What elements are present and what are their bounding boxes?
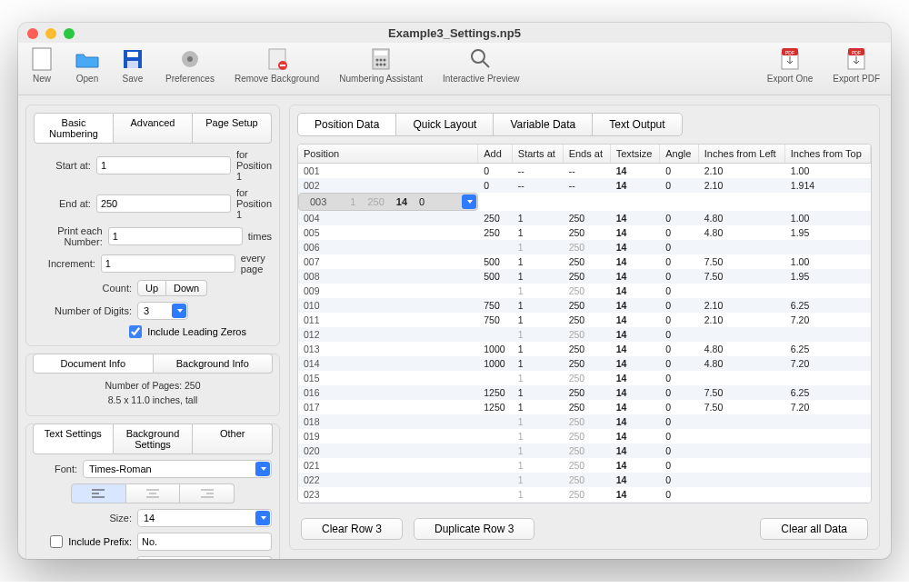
table-cell[interactable]: 0: [660, 385, 699, 400]
table-cell[interactable]: 0: [660, 473, 699, 487]
table-cell[interactable]: 0: [660, 164, 699, 179]
table-cell[interactable]: [698, 284, 784, 298]
open-button[interactable]: Open: [75, 46, 100, 84]
column-header[interactable]: Textsize: [610, 145, 660, 164]
table-row[interactable]: 0231250140: [298, 487, 871, 502]
digits-select[interactable]: 3: [137, 302, 188, 320]
table-cell[interactable]: 14: [610, 284, 660, 298]
table-row[interactable]: 0061250140: [298, 240, 871, 254]
table-cell[interactable]: 0: [660, 211, 699, 225]
end-at-input[interactable]: [96, 194, 231, 213]
table-row[interactable]: 00425012501404.801.00: [298, 211, 871, 225]
table-row[interactable]: 0121250140: [298, 327, 871, 342]
table-row[interactable]: 0191250140: [298, 429, 871, 443]
table-cell[interactable]: 250: [563, 458, 610, 473]
table-row[interactable]: 0151250140: [298, 371, 871, 385]
count-down-button[interactable]: Down: [166, 280, 207, 296]
table-cell[interactable]: 4.80: [698, 211, 784, 225]
table-cell[interactable]: 024: [298, 502, 478, 503]
table-cell[interactable]: 0: [660, 284, 699, 298]
table-cell[interactable]: 250: [478, 225, 513, 240]
table-cell[interactable]: 750: [478, 313, 513, 327]
table-cell[interactable]: 022: [298, 473, 478, 487]
table-cell[interactable]: [478, 414, 513, 429]
table-cell[interactable]: 1: [512, 371, 563, 385]
prefix-input[interactable]: [137, 533, 272, 551]
table-cell[interactable]: [698, 502, 784, 503]
table-cell[interactable]: 2.10: [698, 164, 784, 179]
column-header[interactable]: Ends at: [563, 145, 610, 164]
table-cell[interactable]: 14: [610, 385, 660, 400]
table-row[interactable]: 00525012501404.801.95: [298, 225, 871, 240]
table-cell[interactable]: 0: [660, 342, 699, 356]
table-cell[interactable]: 0: [660, 443, 699, 458]
table-row[interactable]: 0211250140: [298, 458, 871, 473]
table-cell[interactable]: 1: [512, 414, 563, 429]
table-cell[interactable]: 011: [298, 313, 478, 327]
table-cell[interactable]: 0: [660, 269, 699, 284]
table-cell[interactable]: [478, 458, 513, 473]
table-cell[interactable]: 1: [512, 487, 563, 502]
align-left-button[interactable]: [71, 483, 126, 503]
table-cell[interactable]: [478, 327, 513, 342]
table-cell[interactable]: 0: [660, 414, 699, 429]
table-cell[interactable]: 1: [512, 313, 563, 327]
export-pdf-button[interactable]: PDF Export PDF: [833, 46, 880, 84]
table-cell[interactable]: 015: [298, 371, 478, 385]
table-cell[interactable]: 0: [660, 429, 699, 443]
table-cell[interactable]: 0: [660, 298, 699, 313]
table-row[interactable]: 0020----1402.101.914: [298, 178, 871, 193]
table-cell[interactable]: [784, 371, 870, 385]
table-cell[interactable]: 0: [660, 225, 699, 240]
table-cell[interactable]: 002: [298, 178, 478, 193]
table-cell[interactable]: [784, 327, 870, 342]
table-cell[interactable]: 7.20: [784, 400, 870, 414]
table-cell[interactable]: 250: [563, 414, 610, 429]
table-cell[interactable]: 14: [610, 400, 660, 414]
table-cell[interactable]: 1250: [478, 400, 513, 414]
table-cell[interactable]: 1: [512, 240, 563, 254]
table-cell[interactable]: 1: [345, 194, 362, 209]
table-cell[interactable]: [698, 458, 784, 473]
table-cell[interactable]: 14: [610, 164, 660, 179]
table-cell[interactable]: 7.50: [698, 254, 784, 269]
table-cell[interactable]: 1: [512, 284, 563, 298]
tab-text-settings[interactable]: Text Settings: [33, 424, 114, 454]
table-cell[interactable]: 1: [512, 502, 563, 503]
table-cell[interactable]: [784, 284, 870, 298]
table-cell[interactable]: 250: [563, 254, 610, 269]
table-cell[interactable]: 250: [563, 502, 610, 503]
table-cell[interactable]: 0: [414, 194, 431, 209]
table-cell[interactable]: 14: [610, 269, 660, 284]
table-cell[interactable]: 1: [512, 225, 563, 240]
table-row[interactable]: 0181250140: [298, 414, 871, 429]
table-cell[interactable]: 14: [610, 458, 660, 473]
table-cell[interactable]: 7.50: [698, 400, 784, 414]
tab-advanced[interactable]: Advanced: [114, 113, 193, 144]
preferences-button[interactable]: Preferences: [165, 46, 215, 84]
table-cell[interactable]: [478, 240, 513, 254]
table-cell[interactable]: 023: [298, 487, 478, 502]
table-cell[interactable]: [698, 429, 784, 443]
table-cell[interactable]: 1.95: [784, 225, 870, 240]
table-cell[interactable]: 14: [610, 473, 660, 487]
tab-basic-numbering[interactable]: Basic Numbering: [34, 113, 114, 144]
table-cell[interactable]: 0: [660, 356, 699, 371]
remove-background-button[interactable]: Remove Background: [235, 46, 319, 84]
table-cell[interactable]: 14: [610, 254, 660, 269]
table-cell[interactable]: 0: [660, 458, 699, 473]
column-header[interactable]: Inches from Left: [698, 145, 784, 164]
table-cell[interactable]: 14: [610, 414, 660, 429]
table-cell[interactable]: 14: [610, 178, 660, 193]
table-cell[interactable]: 250: [563, 269, 610, 284]
table-cell[interactable]: 007: [298, 254, 478, 269]
column-header[interactable]: Starts at: [512, 145, 563, 164]
table-cell[interactable]: [478, 371, 513, 385]
zoom-window-button[interactable]: [64, 28, 75, 39]
table-cell[interactable]: [784, 458, 870, 473]
font-select[interactable]: Times-Roman: [83, 460, 272, 478]
table-cell[interactable]: 008: [298, 269, 478, 284]
table-cell[interactable]: [784, 487, 870, 502]
table-row[interactable]: 016125012501407.506.25: [298, 385, 871, 400]
table-cell[interactable]: [698, 327, 784, 342]
